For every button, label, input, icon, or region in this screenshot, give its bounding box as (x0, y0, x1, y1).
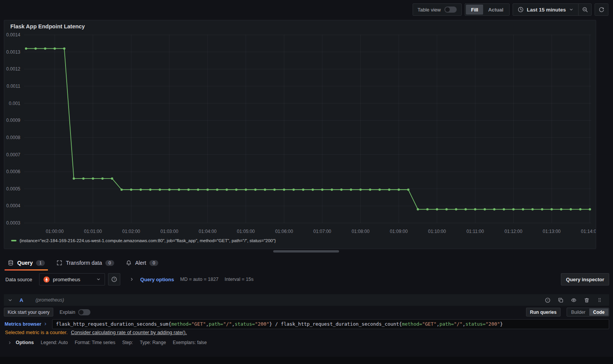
toggle-visibility-button[interactable] (571, 297, 577, 303)
svg-text:01:08:00: 01:08:00 (352, 229, 370, 234)
svg-text:01:13:00: 01:13:00 (543, 229, 561, 234)
explain-label: Explain (59, 310, 75, 315)
panel-view-controls: Table view Fill Actual Last 15 minutes (413, 3, 608, 16)
svg-text:0.0013: 0.0013 (6, 49, 20, 55)
metrics-browser-toggle[interactable]: Metrics browser (4, 319, 52, 329)
latency-chart[interactable]: 0.00030.00040.00050.00060.00070.00080.00… (4, 30, 596, 238)
drag-handle[interactable] (597, 297, 602, 303)
kick-start-query-button[interactable]: Kick start your query (4, 308, 53, 316)
tab-alert[interactable]: Alert 0 (122, 255, 162, 271)
query-help-button[interactable]: ? (545, 297, 551, 303)
svg-text:0.0014: 0.0014 (6, 32, 20, 38)
timeseries-panel: Flask App Endpoint Latency 0.00030.00040… (4, 20, 596, 249)
explain-toggle[interactable] (78, 309, 90, 315)
help-circle-icon: ? (111, 276, 117, 282)
tab-query-badge: 1 (36, 260, 44, 266)
bell-icon (126, 260, 132, 266)
svg-text:0.0007: 0.0007 (6, 152, 20, 157)
fill-actual-segmented: Fill Actual (465, 3, 510, 16)
warning-hint-link[interactable]: Consider calculating rate of counter by … (71, 330, 187, 335)
actual-option[interactable]: Actual (483, 5, 508, 15)
refresh-icon (598, 7, 605, 13)
query-editor-row: Metrics browser flask_http_request_durat… (4, 319, 609, 329)
warning-text: Selected metric is a counter. (5, 330, 67, 335)
metrics-browser-label: Metrics browser (5, 321, 41, 327)
svg-text:01:14:00: 01:14:00 (581, 229, 596, 234)
duplicate-query-button[interactable] (558, 297, 564, 303)
svg-text:0.0006: 0.0006 (6, 169, 20, 174)
svg-text:0.0011: 0.0011 (7, 84, 20, 89)
zoom-out-button[interactable] (578, 4, 591, 15)
toggle-knob (445, 7, 450, 12)
svg-text:01:05:00: 01:05:00 (237, 229, 255, 234)
svg-text:0.0003: 0.0003 (6, 220, 20, 226)
query-inspector-button[interactable]: Query inspector (561, 273, 609, 285)
tab-transform-data[interactable]: Transform data 0 (52, 255, 118, 271)
svg-text:?: ? (113, 277, 115, 281)
svg-text:01:01:00: 01:01:00 (84, 229, 102, 234)
options-collapse-toggle[interactable]: Options (8, 340, 34, 345)
chevron-right-icon[interactable] (129, 277, 134, 282)
chevron-down-icon (569, 7, 574, 12)
datasource-value: prometheus (53, 277, 80, 282)
run-queries-button[interactable]: Run queries (526, 308, 560, 316)
options-exemplars-summary: Exemplars: false (173, 340, 207, 345)
delete-query-button[interactable] (584, 297, 590, 303)
pane-resize-handle[interactable] (273, 250, 339, 253)
svg-text:0.0012: 0.0012 (6, 66, 20, 72)
query-options-collapsed: Query options MD = auto = 1827 Interval … (129, 277, 254, 282)
options-label: Options (16, 340, 34, 345)
promql-expression-input[interactable]: flask_http_request_duration_seconds_sum{… (52, 319, 609, 329)
query-options-toggle[interactable]: Query options (140, 277, 174, 282)
query-toolbar: Kick start your query Explain Run querie… (4, 308, 609, 316)
svg-text:0.0009: 0.0009 (6, 118, 20, 123)
collapse-chevron-icon[interactable] (8, 298, 13, 303)
svg-text:01:02:00: 01:02:00 (122, 229, 140, 234)
tab-alert-label: Alert (135, 260, 146, 266)
svg-text:01:06:00: 01:06:00 (275, 229, 293, 234)
table-view-toggle-group[interactable]: Table view (413, 3, 462, 16)
fill-option[interactable]: Fill (466, 5, 483, 15)
datasource-help-button[interactable]: ? (108, 273, 120, 285)
svg-text:01:09:00: 01:09:00 (390, 229, 408, 234)
svg-text:01:03:00: 01:03:00 (161, 229, 179, 234)
chevron-right-icon (43, 322, 48, 326)
eye-icon (571, 297, 577, 303)
tab-query-label: Query (17, 260, 33, 266)
tab-query[interactable]: Query 1 (4, 255, 49, 271)
options-legend-summary: Legend: Auto (41, 340, 68, 345)
table-view-toggle[interactable] (444, 7, 457, 13)
svg-text:0.001: 0.001 (9, 101, 20, 106)
svg-text:0.0004: 0.0004 (6, 203, 20, 208)
legend-series-swatch (11, 240, 16, 241)
svg-text:01:11:00: 01:11:00 (466, 229, 484, 234)
svg-text:01:10:00: 01:10:00 (428, 229, 446, 234)
query-datasource-hint: (prometheus) (36, 297, 64, 303)
time-range-label: Last 15 minutes (527, 7, 566, 13)
svg-text:01:07:00: 01:07:00 (313, 229, 331, 234)
refresh-button[interactable] (595, 3, 608, 16)
time-range-picker[interactable]: Last 15 minutes (513, 7, 578, 13)
prometheus-icon (43, 276, 50, 283)
code-option[interactable]: Code (589, 308, 608, 316)
chevron-right-icon (8, 341, 12, 345)
datasource-select[interactable]: prometheus (39, 273, 105, 285)
builder-option[interactable]: Builder (567, 308, 589, 316)
tab-transform-label: Transform data (66, 260, 102, 266)
max-data-points-summary: MD = auto = 1827 (180, 277, 218, 282)
explain-toggle-group: Explain (59, 309, 90, 315)
transform-icon (56, 260, 62, 266)
copy-icon (558, 297, 564, 303)
database-icon (8, 260, 14, 266)
tab-alert-badge: 0 (149, 260, 158, 266)
clock-icon (518, 7, 524, 13)
svg-text:?: ? (547, 298, 549, 302)
svg-text:01:00:00: 01:00:00 (46, 229, 64, 234)
table-view-label: Table view (418, 7, 441, 13)
query-options-summary-row: Options Legend: Auto Format: Time series… (8, 340, 207, 345)
legend-series-label[interactable]: {instance="ec2-184-169-216-224.us-west-1… (20, 238, 276, 243)
grip-dots-icon (597, 297, 602, 303)
query-row-header[interactable]: A (prometheus) ? (4, 294, 609, 306)
panel-title: Flask App Endpoint Latency (4, 20, 596, 30)
query-ref-id: A (20, 297, 23, 303)
